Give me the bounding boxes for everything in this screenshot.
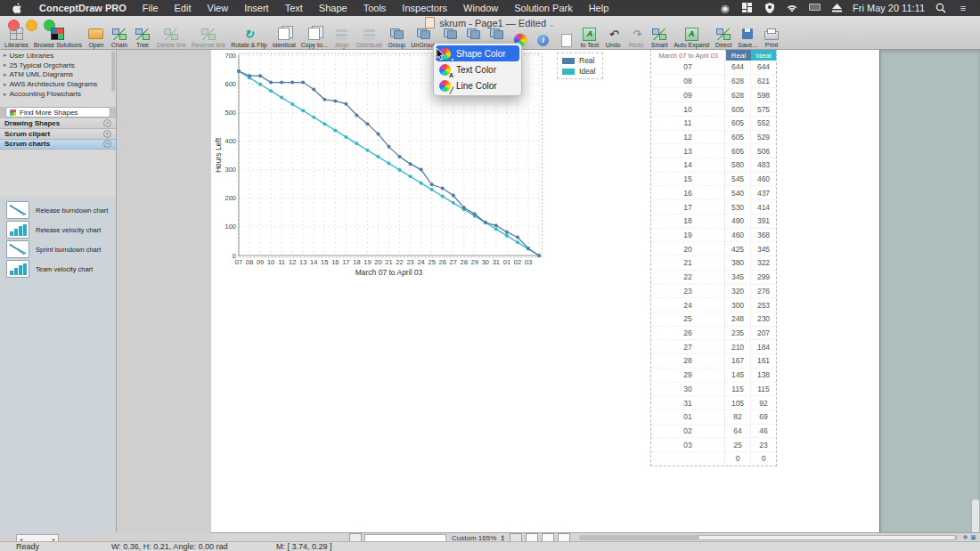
to-text-button[interactable]: Ato Text: [579, 27, 601, 49]
solution-row-25-typical-orgcharts[interactable]: ▸25 Typical Orgcharts: [0, 61, 116, 70]
svg-text:14: 14: [310, 258, 317, 266]
library-tab-scrum-clipart[interactable]: Scrum clipart×: [0, 129, 116, 140]
menu-item-text-color[interactable]: AText Color: [436, 61, 519, 77]
horizontal-scrollbar-thumb[interactable]: [698, 535, 956, 540]
drawing-canvas[interactable]: 0100200300400500600700070809101112131415…: [211, 49, 880, 532]
menu-clock[interactable]: Fri May 20 11:11: [853, 3, 925, 13]
library-tab-scrum-charts[interactable]: Scrum charts×: [0, 140, 116, 150]
record-icon[interactable]: ◉: [719, 2, 731, 14]
close-library-icon[interactable]: ×: [103, 130, 111, 138]
auto-expand-button[interactable]: AAuto Expand: [672, 27, 711, 49]
table-row: 12605529: [651, 131, 776, 145]
browse-solutions-button[interactable]: Browse Solutions: [32, 27, 84, 49]
menu-item-tools[interactable]: Tools: [355, 0, 395, 16]
window-grid-icon[interactable]: [741, 2, 754, 14]
svg-text:31: 31: [493, 258, 500, 266]
display-icon[interactable]: [808, 2, 821, 14]
shape-item-sprint-burndown-chart[interactable]: Sprint burndown chart: [0, 239, 116, 259]
copy-to-button[interactable]: Copy to...: [299, 27, 330, 49]
sidebar-scrollbar[interactable]: [111, 51, 115, 92]
save-button[interactable]: Save...: [736, 27, 759, 49]
disclosure-triangle-icon[interactable]: ▸: [4, 52, 7, 59]
table-real-cell: 235: [725, 327, 751, 340]
direct-button[interactable]: Direct: [713, 27, 734, 49]
chart-legend[interactable]: RealIdeal: [557, 53, 603, 79]
chain-button[interactable]: Chain: [109, 27, 130, 49]
shield-icon[interactable]: [764, 2, 776, 14]
table-real-cell: 64: [725, 425, 751, 438]
solution-row-accounting-flowcharts[interactable]: ▸Accounting Flowcharts: [0, 89, 116, 99]
table-row: 20425345: [651, 242, 776, 256]
solution-row-user-libraries[interactable]: ▸User Libraries: [0, 51, 116, 61]
shape-item-release-velocity-chart[interactable]: Release velocity chart: [0, 220, 116, 239]
page-button[interactable]: [556, 33, 577, 49]
table-ideal-cell: 345: [751, 242, 776, 255]
apple-icon[interactable]: [12, 3, 22, 14]
svg-text:08: 08: [246, 258, 253, 266]
eject-icon[interactable]: [830, 2, 843, 14]
disclosure-triangle-icon[interactable]: ▸: [4, 71, 7, 78]
burndown-chart-figure[interactable]: 0100200300400500600700070809101112131415…: [211, 49, 585, 291]
table-ideal-cell: 437: [751, 186, 776, 199]
shape-item-team-velocity-chart[interactable]: Team velocity chart: [0, 259, 116, 279]
table-date-cell: 30: [651, 383, 725, 396]
table-ideal-cell: 552: [751, 117, 776, 130]
disclosure-triangle-icon[interactable]: ▸: [4, 91, 7, 98]
solution-row-atm-uml-diagrams[interactable]: ▸ATM UML Diagrams: [0, 70, 116, 80]
table-row: 16540437: [651, 186, 776, 200]
shape-label: Team velocity chart: [36, 265, 93, 273]
menu-item-edit[interactable]: Edit: [167, 0, 200, 16]
horizontal-scrollbar[interactable]: [579, 535, 958, 540]
direct-icon: [715, 27, 732, 41]
identical-button[interactable]: Identical: [271, 27, 298, 49]
tree-button[interactable]: Tree: [132, 27, 153, 49]
disclosure-triangle-icon[interactable]: ▸: [4, 81, 7, 88]
color-wheel-icon: ╱: [439, 80, 451, 92]
menu-item-solution-park[interactable]: Solution Park: [506, 0, 580, 16]
table-date-cell: [651, 452, 725, 466]
library-tab-drawing-shapes[interactable]: Drawing Shapes×: [0, 118, 116, 129]
libraries-button[interactable]: Libraries: [3, 27, 30, 49]
ungroup-icon: [414, 27, 432, 41]
close-library-icon[interactable]: ×: [103, 119, 111, 127]
menu-item-line-color[interactable]: ╱Line Color: [436, 77, 519, 93]
conceptdraw-window: ConceptDraw PRO FileEditViewInsertTextSh…: [0, 0, 980, 551]
table-date-cell: 07: [651, 61, 725, 74]
shape-item-release-burndown-chart[interactable]: Release burndown chart: [0, 200, 116, 220]
group-button[interactable]: Group: [386, 27, 407, 49]
open-button[interactable]: Open: [86, 27, 107, 49]
print-button[interactable]: Print: [761, 27, 782, 49]
rotate-flip-button[interactable]: ↻Rotate & Flip: [229, 27, 268, 49]
table-date-cell: 12: [651, 131, 725, 144]
menu-item-help[interactable]: Help: [581, 0, 617, 16]
table-ideal-cell: 161: [751, 354, 776, 368]
search-icon[interactable]: [935, 2, 947, 14]
menu-item-view[interactable]: View: [200, 0, 237, 16]
menu-item-file[interactable]: File: [135, 0, 167, 16]
disclosure-triangle-icon[interactable]: ▸: [4, 61, 7, 69]
svg-text:27: 27: [450, 258, 457, 266]
auto-expand-icon: A: [682, 27, 700, 41]
legend-swatch: [562, 69, 575, 75]
find-more-shapes-button[interactable]: Find More Shapes: [5, 107, 110, 117]
menu-item-insert[interactable]: Insert: [236, 0, 277, 16]
chart-data-table[interactable]: March 07 to April 03 Real Ideal 07644644…: [650, 49, 777, 466]
list-icon[interactable]: ≡: [957, 2, 969, 14]
smart-button[interactable]: Smart: [649, 27, 670, 49]
undo-button[interactable]: ↶Undo: [602, 27, 624, 49]
menu-item-text[interactable]: Text: [277, 0, 311, 16]
vertical-scrollbar-thumb[interactable]: [971, 498, 980, 536]
solution-row-aws-architecture-diagrams[interactable]: ▸AWS Architecture Diagrams: [0, 79, 116, 89]
menu-item-inspectors[interactable]: Inspectors: [394, 0, 455, 16]
menu-item-shape-color[interactable]: ▪Shape Color: [436, 45, 519, 61]
menu-item-window[interactable]: Window: [455, 0, 506, 16]
info-button[interactable]: i: [533, 33, 554, 49]
menu-item-app[interactable]: ConceptDraw PRO: [31, 0, 135, 16]
table-real-cell: 167: [725, 354, 751, 368]
menu-item-shape[interactable]: Shape: [311, 0, 355, 16]
browse-solutions-label: Browse Solutions: [34, 42, 82, 48]
wifi-icon[interactable]: [786, 2, 798, 14]
group-label: Group: [388, 42, 405, 48]
table-real-cell: 605: [725, 144, 751, 158]
close-library-icon[interactable]: ×: [103, 140, 111, 148]
